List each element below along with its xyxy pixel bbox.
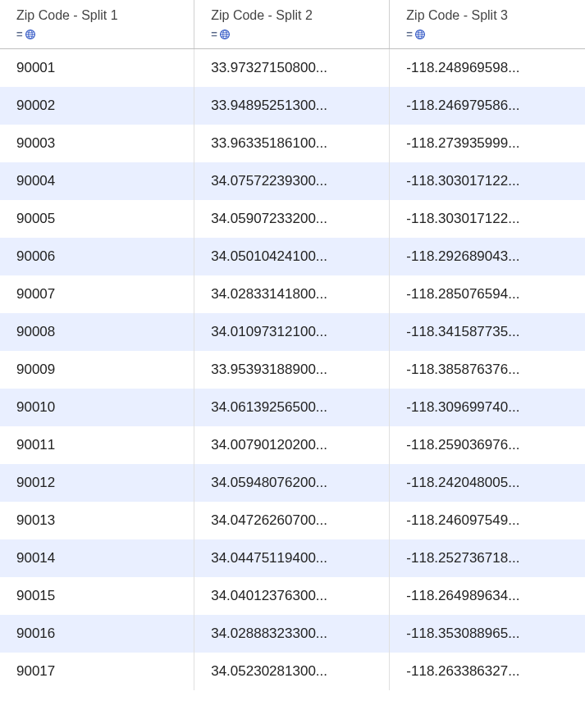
column-type-indicator: = xyxy=(16,28,182,40)
column-header-label: Zip Code - Split 1 xyxy=(16,8,182,23)
column-type-indicator: = xyxy=(406,28,574,40)
column-type-indicator: = xyxy=(211,28,377,40)
cell-lon: -118.259036976... xyxy=(390,426,585,464)
cell-lon: -118.246097549... xyxy=(390,502,585,539)
table-row[interactable]: 90013 34.04726260700... -118.246097549..… xyxy=(0,502,585,539)
cell-lon: -118.353088965... xyxy=(390,615,585,653)
cell-lat: 34.04012376300... xyxy=(194,577,390,615)
cell-zip: 90014 xyxy=(0,539,194,577)
cell-zip: 90006 xyxy=(0,238,194,275)
cell-zip: 90009 xyxy=(0,351,194,389)
cell-lon: -118.242048005... xyxy=(390,464,585,502)
cell-zip: 90005 xyxy=(0,200,194,238)
cell-lat: 33.96335186100... xyxy=(194,125,390,162)
cell-lon: -118.309699740... xyxy=(390,389,585,426)
cell-lat: 34.02888323300... xyxy=(194,615,390,653)
cell-lon: -118.264989634... xyxy=(390,577,585,615)
cell-zip: 90007 xyxy=(0,275,194,313)
column-header-label: Zip Code - Split 2 xyxy=(211,8,377,23)
table-row[interactable]: 90002 33.94895251300... -118.246979586..… xyxy=(0,87,585,125)
table-row[interactable]: 90016 34.02888323300... -118.353088965..… xyxy=(0,615,585,653)
calc-prefix: = xyxy=(16,28,23,40)
column-header-lon[interactable]: Zip Code - Split 3 = xyxy=(390,0,585,49)
cell-lon: -118.285076594... xyxy=(390,275,585,313)
column-header-zip[interactable]: Zip Code - Split 1 = xyxy=(0,0,194,49)
cell-lon: -118.273935999... xyxy=(390,125,585,162)
cell-zip: 90012 xyxy=(0,464,194,502)
globe-icon xyxy=(25,29,36,40)
cell-zip: 90003 xyxy=(0,125,194,162)
table-row[interactable]: 90004 34.07572239300... -118.303017122..… xyxy=(0,162,585,200)
cell-zip: 90008 xyxy=(0,313,194,351)
table-row[interactable]: 90012 34.05948076200... -118.242048005..… xyxy=(0,464,585,502)
globe-icon xyxy=(219,29,231,40)
table-row[interactable]: 90015 34.04012376300... -118.264989634..… xyxy=(0,577,585,615)
cell-lon: -118.246979586... xyxy=(390,87,585,125)
cell-lat: 34.04475119400... xyxy=(194,539,390,577)
cell-lat: 33.97327150800... xyxy=(194,49,390,88)
column-header-lat[interactable]: Zip Code - Split 2 = xyxy=(194,0,390,49)
cell-zip: 90017 xyxy=(0,653,194,690)
cell-lat: 34.01097312100... xyxy=(194,313,390,351)
cell-lat: 34.00790120200... xyxy=(194,426,390,464)
table-row[interactable]: 90007 34.02833141800... -118.285076594..… xyxy=(0,275,585,313)
table-row[interactable]: 90010 34.06139256500... -118.309699740..… xyxy=(0,389,585,426)
cell-zip: 90001 xyxy=(0,49,194,88)
calc-prefix: = xyxy=(211,28,217,40)
table-row[interactable]: 90001 33.97327150800... -118.248969598..… xyxy=(0,49,585,88)
cell-lat: 34.05010424100... xyxy=(194,238,390,275)
column-header-label: Zip Code - Split 3 xyxy=(406,8,574,23)
table-row[interactable]: 90006 34.05010424100... -118.292689043..… xyxy=(0,238,585,275)
cell-zip: 90015 xyxy=(0,577,194,615)
table-row[interactable]: 90003 33.96335186100... -118.273935999..… xyxy=(0,125,585,162)
cell-lat: 33.94895251300... xyxy=(194,87,390,125)
table-row[interactable]: 90005 34.05907233200... -118.303017122..… xyxy=(0,200,585,238)
table-row[interactable]: 90009 33.95393188900... -118.385876376..… xyxy=(0,351,585,389)
table-row[interactable]: 90008 34.01097312100... -118.341587735..… xyxy=(0,313,585,351)
globe-icon xyxy=(414,29,426,40)
cell-lon: -118.341587735... xyxy=(390,313,585,351)
table-row[interactable]: 90017 34.05230281300... -118.263386327..… xyxy=(0,653,585,690)
cell-lon: -118.292689043... xyxy=(390,238,585,275)
data-table: Zip Code - Split 1 = Zip Code - Split 2 … xyxy=(0,0,585,690)
cell-lat: 34.05907233200... xyxy=(194,200,390,238)
cell-lat: 34.05230281300... xyxy=(194,653,390,690)
table-row[interactable]: 90014 34.04475119400... -118.252736718..… xyxy=(0,539,585,577)
cell-lon: -118.248969598... xyxy=(390,49,585,88)
cell-lon: -118.303017122... xyxy=(390,162,585,200)
cell-lon: -118.252736718... xyxy=(390,539,585,577)
cell-lat: 34.02833141800... xyxy=(194,275,390,313)
cell-lon: -118.303017122... xyxy=(390,200,585,238)
cell-lat: 34.04726260700... xyxy=(194,502,390,539)
table-row[interactable]: 90011 34.00790120200... -118.259036976..… xyxy=(0,426,585,464)
cell-zip: 90013 xyxy=(0,502,194,539)
cell-lon: -118.263386327... xyxy=(390,653,585,690)
cell-lat: 33.95393188900... xyxy=(194,351,390,389)
cell-lat: 34.07572239300... xyxy=(194,162,390,200)
cell-lat: 34.06139256500... xyxy=(194,389,390,426)
cell-zip: 90011 xyxy=(0,426,194,464)
cell-zip: 90010 xyxy=(0,389,194,426)
calc-prefix: = xyxy=(406,28,413,40)
cell-zip: 90002 xyxy=(0,87,194,125)
cell-zip: 90004 xyxy=(0,162,194,200)
cell-lat: 34.05948076200... xyxy=(194,464,390,502)
table-header-row: Zip Code - Split 1 = Zip Code - Split 2 … xyxy=(0,0,585,49)
cell-zip: 90016 xyxy=(0,615,194,653)
cell-lon: -118.385876376... xyxy=(390,351,585,389)
